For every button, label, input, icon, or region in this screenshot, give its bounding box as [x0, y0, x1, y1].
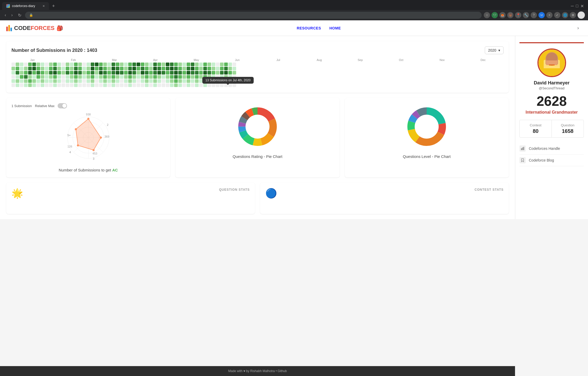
browser-tabs: codeforces-diary ✕ + ─ □ ✕	[0, 0, 588, 10]
svg-point-10	[100, 137, 102, 139]
svg-text:5+: 5+	[67, 134, 71, 137]
pie2-title: Questions Level - Pie Chart	[403, 154, 451, 159]
month-jun: Jun	[217, 58, 258, 61]
pie1-title: Questions Rating - Pie Chart	[233, 154, 283, 159]
sidebar-rating: 2628	[537, 94, 567, 108]
ext-icon-4[interactable]: 🔧	[523, 12, 529, 18]
ext-icon-7[interactable]: +	[546, 12, 553, 18]
ext-icon-8[interactable]: ✓	[554, 12, 560, 18]
heatmap-row-5	[11, 79, 504, 83]
svg-rect-52	[521, 148, 522, 150]
forward-button[interactable]: ›	[10, 12, 14, 19]
heatmap-grid: 13 Submissions on Jul 4th, 2020	[11, 63, 504, 87]
logo-bar-red	[6, 27, 8, 31]
svg-point-12	[77, 144, 79, 146]
tab-favicon	[6, 4, 10, 8]
radar-chart-title: Number of Submissions to get AC	[59, 168, 118, 172]
url-input[interactable]: localhost:3000/dashboard	[35, 13, 477, 17]
svg-text:4: 4	[69, 151, 71, 154]
heatmap-row-4	[11, 75, 504, 79]
stats-row: 🌟 QUESTION STATS 🔵 CONTEST STATS	[6, 183, 509, 214]
ext-icon-9[interactable]: 🌐	[562, 12, 568, 18]
radar-chart-svg: 938 369 453 126 5+ 2 3 4	[62, 112, 114, 164]
ext-icon-5[interactable]: ?	[531, 12, 537, 18]
ext-icon-2[interactable]: 🐻	[507, 12, 513, 18]
ext-icon-3[interactable]: 📍	[515, 12, 521, 18]
main-layout: Number of Submissions in 2020 : 1403 202…	[0, 36, 588, 219]
month-dec: Dec	[463, 58, 504, 61]
profile-button[interactable]	[578, 11, 585, 19]
close-button[interactable]: ✕	[580, 4, 584, 9]
nav-home[interactable]: HOME	[329, 26, 341, 30]
pie1-chart-card: Questions Rating - Pie Chart	[175, 98, 339, 177]
sidebar-stats-grid: Contest 80 Question 1658	[519, 120, 584, 138]
nav-resources[interactable]: RESOURCES	[297, 26, 321, 30]
contest-stats-icon: 🔵	[265, 188, 277, 199]
ext-icon-1[interactable]: 🦊	[499, 12, 506, 18]
radar-chart-card: 1 Submission Relative Max	[6, 98, 170, 177]
contest-stats-card: 🔵 CONTEST STATS	[260, 183, 509, 214]
question-stat: Question 1658	[552, 120, 584, 137]
toolbar-icons: ☆ 🛡 🦊 🐻 📍 🔧 ? M + ✓ 🌐 ⚙	[484, 11, 585, 19]
contest-stats-label: CONTEST STATS	[475, 188, 504, 192]
svg-point-34	[249, 118, 266, 135]
question-stat-value: 1658	[555, 128, 580, 134]
svg-point-43	[418, 118, 435, 135]
heatmap-row-3	[11, 71, 504, 75]
extensions-button[interactable]: ⚙	[570, 12, 576, 18]
logo-text: CODEFORCES	[14, 25, 54, 32]
contest-stat: Contest 80	[520, 120, 552, 137]
question-stats-icon: 🌟	[11, 188, 23, 199]
heatmap-header: Number of Submissions in 2020 : 1403 202…	[11, 46, 504, 54]
svg-point-13	[75, 128, 77, 130]
pie2-chart-card: Questions Level - Pie Chart	[345, 98, 509, 177]
svg-text:3: 3	[93, 157, 94, 160]
heatmap-title: Number of Submissions in 2020 : 1403	[11, 48, 97, 53]
question-stats-header: 🌟 QUESTION STATS	[11, 188, 250, 199]
relative-max-toggle[interactable]	[58, 103, 67, 108]
month-oct: Oct	[381, 58, 422, 61]
heatmap-section: Number of Submissions in 2020 : 1403 202…	[6, 41, 509, 93]
nav-links: RESOURCES HOME	[297, 26, 341, 30]
content-area: Number of Submissions in 2020 : 1403 202…	[0, 36, 515, 219]
expand-sidebar-button[interactable]: ›	[574, 24, 582, 32]
contest-stat-value: 80	[523, 128, 548, 134]
back-button[interactable]: ‹	[3, 12, 8, 19]
contest-stat-label: Contest	[523, 123, 548, 127]
month-may: May	[176, 58, 217, 61]
codeforces-handle-link[interactable]: Codeforces Handle	[519, 143, 584, 155]
ext-icon-6[interactable]: M	[538, 12, 545, 18]
new-tab-button[interactable]: +	[50, 2, 57, 10]
lock-icon: 🔒	[29, 13, 33, 17]
bookmark-icon	[519, 157, 526, 163]
svg-rect-49	[546, 60, 558, 65]
svg-rect-51	[549, 65, 555, 65]
question-stats-card: 🌟 QUESTION STATS	[6, 183, 255, 214]
month-apr: Apr	[135, 58, 176, 61]
month-nov: Nov	[422, 58, 463, 61]
svg-marker-8	[76, 119, 101, 150]
year-select[interactable]: 2020 ▾	[485, 46, 504, 54]
maximize-button[interactable]: □	[576, 4, 578, 9]
svg-rect-54	[523, 147, 524, 150]
svg-rect-50	[543, 68, 560, 76]
pie1-svg	[234, 103, 281, 150]
address-bar[interactable]: 🔒 localhost:3000/dashboard	[25, 12, 482, 19]
tab-close-button[interactable]: ✕	[42, 4, 45, 8]
app-header: CODEFORCES 🎒 RESOURCES HOME ›	[0, 20, 588, 36]
browser-toolbar: ‹ › ↻ 🔒 localhost:3000/dashboard ☆ 🛡 🦊 🐻…	[0, 10, 588, 20]
star-icon[interactable]: ☆	[484, 12, 490, 18]
active-tab[interactable]: codeforces-diary ✕	[2, 2, 49, 10]
logo-forces-text: FORCES	[31, 25, 55, 31]
shield-icon[interactable]: 🛡	[492, 12, 498, 18]
avatar-container	[537, 48, 566, 77]
svg-point-11	[93, 149, 95, 151]
question-stat-label: Question	[555, 123, 580, 127]
pie2-svg	[403, 103, 450, 150]
year-dropdown-icon: ▾	[498, 48, 500, 52]
reload-button[interactable]: ↻	[16, 12, 23, 19]
minimize-button[interactable]: ─	[571, 4, 574, 9]
svg-text:938: 938	[86, 113, 90, 116]
codeforces-handle-label: Codeforces Handle	[529, 146, 560, 151]
codeforce-blog-link[interactable]: Codeforce Blog	[519, 155, 584, 166]
